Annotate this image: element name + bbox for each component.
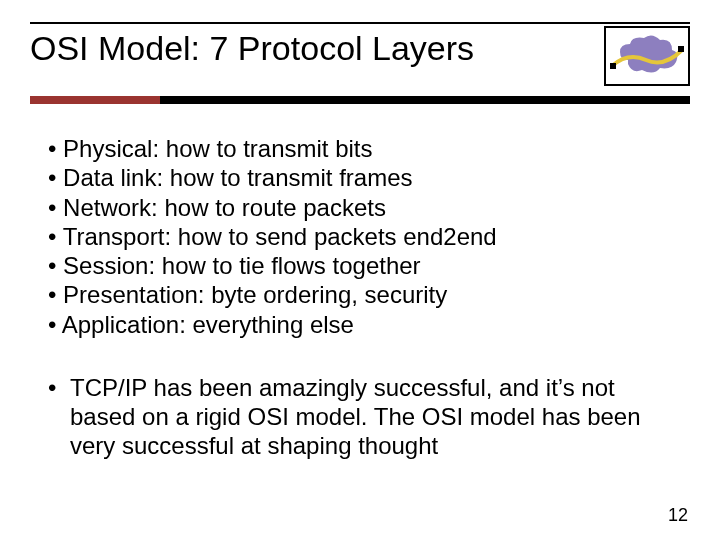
- list-item: Physical: how to transmit bits: [48, 134, 682, 163]
- slide: OSI Model: 7 Protocol Layers Physical: h…: [0, 0, 720, 540]
- spacer: [48, 339, 682, 373]
- title-row: OSI Model: 7 Protocol Layers: [30, 30, 690, 86]
- bullet-icon: •: [48, 373, 70, 461]
- note-text: TCP/IP has been amazingly successful, an…: [70, 373, 682, 461]
- list-item: Transport: how to send packets end2end: [48, 222, 682, 251]
- accent-bar: [30, 96, 160, 104]
- slide-title: OSI Model: 7 Protocol Layers: [30, 30, 474, 67]
- list-item: Network: how to route packets: [48, 193, 682, 222]
- list-item: Application: everything else: [48, 310, 682, 339]
- list-item: Presentation: byte ordering, security: [48, 280, 682, 309]
- page-number: 12: [668, 505, 688, 526]
- svg-rect-0: [610, 63, 616, 69]
- network-cloud-icon: [604, 26, 690, 86]
- layers-list: Physical: how to transmit bits Data link…: [48, 134, 682, 339]
- list-item: Data link: how to transmit frames: [48, 163, 682, 192]
- svg-rect-1: [678, 46, 684, 52]
- list-item: Session: how to tie flows together: [48, 251, 682, 280]
- title-underline: [30, 96, 690, 104]
- top-divider: [30, 22, 690, 24]
- slide-body: Physical: how to transmit bits Data link…: [30, 104, 690, 461]
- thick-divider: [160, 96, 690, 104]
- footer-note: • TCP/IP has been amazingly successful, …: [48, 373, 682, 461]
